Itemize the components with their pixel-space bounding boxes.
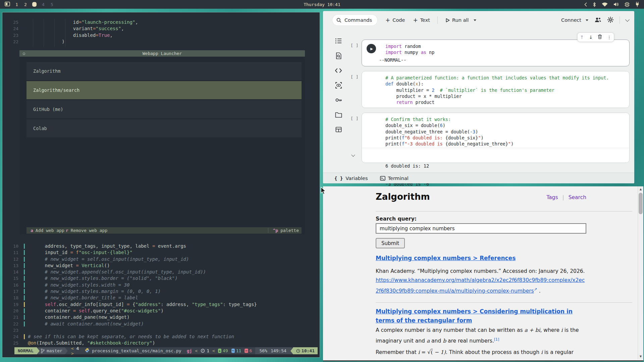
tab-variables[interactable]: { } Variables bbox=[334, 176, 368, 181]
selection-count: 1 bbox=[201, 348, 209, 353]
users-icon[interactable] bbox=[594, 17, 601, 23]
mouse-cursor bbox=[321, 187, 327, 197]
launcher-item-github[interactable]: GitHub (me) bbox=[26, 100, 302, 118]
search-query-label: Search query: bbox=[376, 216, 417, 222]
browser-window: Zalgorithm Tags | Search Search query: S… bbox=[323, 186, 643, 361]
webapp-launcher-modal: ○ Webapp Launcher Zalgorithm Zalgorithm/… bbox=[19, 50, 305, 234]
launcher-item-zalgorithm[interactable]: Zalgorithm bbox=[26, 62, 302, 80]
separator: < bbox=[195, 348, 198, 353]
run-all-button[interactable]: Run all bbox=[446, 17, 476, 23]
cell-code[interactable]: import random import numpy as np bbox=[385, 43, 434, 56]
add-code-button[interactable]: Code bbox=[385, 17, 405, 23]
khan-academy-url-link[interactable]: https://www.khanacademy.org/math/algebra… bbox=[376, 277, 585, 294]
power-icon[interactable] bbox=[635, 2, 639, 7]
clock-icon bbox=[296, 349, 300, 353]
chevron-down-icon[interactable] bbox=[625, 17, 630, 22]
gutter-change-mark bbox=[24, 283, 25, 288]
gutter-change-mark bbox=[24, 276, 25, 281]
key-hint-r-label[interactable]: Remove web app bbox=[71, 228, 108, 233]
gutter-change-mark bbox=[24, 257, 25, 262]
file-search-icon[interactable] bbox=[335, 52, 342, 59]
scroll-up-arrow[interactable]: ▲ bbox=[638, 186, 643, 192]
result-citation: Khan Academy. “Multiplying complex numbe… bbox=[376, 267, 586, 296]
connect-button[interactable]: Connect bbox=[561, 17, 588, 23]
tab-terminal[interactable]: Terminal bbox=[380, 176, 409, 181]
powerline-separator bbox=[290, 348, 293, 354]
editor-code-below[interactable]: 10 address, type_tags, input_type, label… bbox=[2, 243, 257, 347]
workspace-switcher: 1 2 4 5 bbox=[5, 2, 54, 7]
diff-removed-icon bbox=[245, 349, 248, 353]
gear-icon[interactable] bbox=[607, 17, 613, 24]
cell-code[interactable]: # Confirm that it works: double_six = do… bbox=[385, 116, 514, 147]
bluetooth-icon[interactable] bbox=[593, 2, 596, 7]
launcher-title-bar: ○ Webapp Launcher bbox=[19, 50, 305, 57]
commands-button[interactable]: Commands bbox=[332, 15, 377, 25]
scroll-down-arrow[interactable]: ▼ bbox=[638, 354, 643, 359]
system-tray bbox=[584, 2, 639, 7]
cell-code[interactable]: # A parameterized function: a function t… bbox=[385, 75, 609, 105]
result-body-continued: Remember that i = √( − 1). Think about t… bbox=[376, 348, 586, 357]
search-icon bbox=[336, 18, 341, 23]
workspace-5[interactable]: 5 bbox=[50, 2, 54, 7]
notebook-cell-function[interactable]: # A parameterized function: a function t… bbox=[362, 71, 630, 108]
key-hint-a-label[interactable]: Add web app bbox=[36, 228, 64, 233]
run-cell-button[interactable]: ▶ bbox=[367, 44, 376, 53]
files-folder-icon[interactable] bbox=[335, 111, 342, 118]
scrollbar-thumb[interactable] bbox=[639, 193, 643, 214]
volume-icon[interactable] bbox=[613, 2, 619, 7]
notebook-cell-imports[interactable]: ▶ import random import numpy as np --NOR… bbox=[362, 40, 630, 66]
key-hint-a[interactable]: a bbox=[31, 228, 33, 233]
launcher-item-zalgorithm-search[interactable]: Zalgorithm/search bbox=[26, 81, 302, 99]
result-link-references[interactable]: Multiplying complex numbers > References bbox=[376, 255, 586, 261]
gutter-change-mark bbox=[24, 295, 25, 300]
launcher-item-colab[interactable]: Colab bbox=[26, 119, 302, 137]
code-icon[interactable] bbox=[335, 67, 342, 74]
separator: < bbox=[212, 348, 215, 353]
chevron-down-icon bbox=[586, 19, 588, 21]
code-line: 22 ) bbox=[2, 39, 138, 45]
window-manager-icon bbox=[5, 2, 10, 7]
workspace-1[interactable]: 1 bbox=[15, 2, 19, 7]
notebook-bottom-tabs: { } Variables Terminal bbox=[323, 173, 634, 183]
launcher-title: Webapp Launcher bbox=[143, 51, 182, 56]
add-text-button[interactable]: Text bbox=[413, 17, 430, 23]
file-path: processing_textual_osc/main_osc.py bbox=[92, 348, 181, 353]
move-cell-up-button[interactable]: ↑ bbox=[580, 35, 584, 40]
more-actions-button[interactable]: ⋮ bbox=[607, 35, 611, 40]
workspace-4[interactable]: 4 bbox=[41, 2, 45, 7]
notebook-cell-confirm[interactable]: # Confirm that it works: double_six = do… bbox=[362, 113, 630, 163]
workspace-2[interactable]: 2 bbox=[23, 2, 28, 7]
search-input[interactable] bbox=[376, 223, 586, 234]
diff-modified-count: 11 bbox=[236, 348, 241, 353]
outline-icon[interactable] bbox=[335, 37, 342, 45]
key-hint-r[interactable]: r bbox=[66, 228, 68, 233]
scrollbar[interactable]: ▲ ▼ bbox=[638, 186, 643, 359]
nav-link-tags[interactable]: Tags bbox=[546, 194, 558, 200]
chevron-down-icon[interactable] bbox=[474, 19, 476, 21]
toolbar-divider bbox=[437, 16, 438, 24]
editor-code-above[interactable]: 25 id="launch-processing", 24 variant="s… bbox=[2, 19, 138, 45]
result-link-rectangular-form[interactable]: Multiplying complex numbers > Considerin… bbox=[376, 307, 586, 325]
wifi-icon[interactable] bbox=[602, 2, 608, 7]
collapse-output-chevron[interactable] bbox=[352, 154, 355, 157]
cursor-position: 149:54 bbox=[271, 347, 286, 354]
launcher-item-list: Zalgorithm Zalgorithm/search GitHub (me)… bbox=[26, 62, 302, 138]
scratchpad-eye-icon[interactable] bbox=[335, 81, 342, 89]
vim-mode-indicator: --NORMAL-- bbox=[379, 57, 406, 63]
submit-button[interactable]: Submit bbox=[376, 238, 405, 248]
editor-window: 25 id="launch-processing", 24 variant="s… bbox=[2, 12, 320, 358]
delete-cell-button[interactable] bbox=[598, 34, 602, 40]
page-header: Zalgorithm Tags | Search bbox=[376, 192, 586, 202]
secrets-key-icon[interactable] bbox=[335, 96, 342, 104]
cpu-icon[interactable] bbox=[625, 2, 630, 7]
plus-icon bbox=[385, 17, 390, 23]
move-cell-down-button[interactable]: ↓ bbox=[589, 35, 593, 40]
datasources-table-icon[interactable] bbox=[335, 126, 342, 133]
workspace-3-active[interactable] bbox=[32, 2, 37, 7]
palette-hint[interactable]: ^p palette bbox=[268, 228, 299, 233]
buffer-indicator: 4 bbox=[71, 346, 82, 356]
diff-added-count: 49 bbox=[223, 348, 228, 353]
nav-link-search[interactable]: Search bbox=[569, 194, 586, 200]
python-icon bbox=[85, 348, 90, 354]
chevron-left-icon[interactable] bbox=[584, 2, 587, 7]
